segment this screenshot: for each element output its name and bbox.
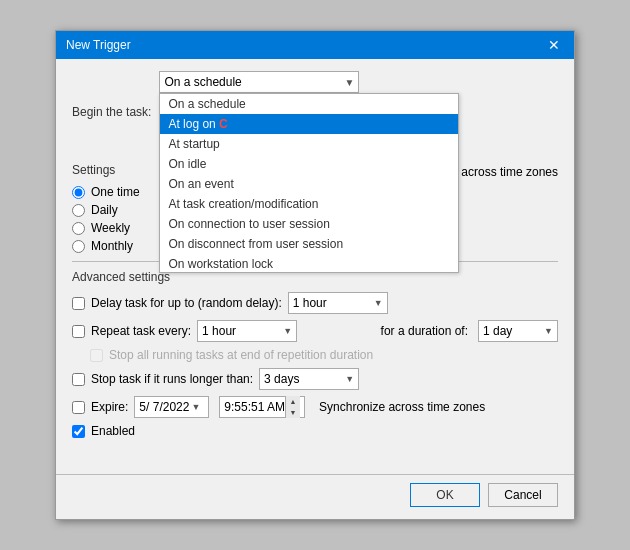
dropdown-item-on-a-schedule[interactable]: On a schedule [160,94,458,114]
radio-weekly[interactable] [72,222,85,235]
cancel-button[interactable]: Cancel [488,483,558,507]
expire-label: Expire: [91,400,128,414]
dropdown-item-at-log-on[interactable]: At log on C [160,114,458,134]
duration-arrow: ▼ [544,326,553,336]
enabled-label: Enabled [91,424,135,438]
dropdown-item-on-disconnect[interactable]: On disconnect from user session [160,234,458,254]
dropdown-item-on-connection[interactable]: On connection to user session [160,214,458,234]
expire-date-arrow: ▼ [191,402,200,412]
stop-longer-checkbox[interactable] [72,373,85,386]
stop-running-checkbox[interactable] [90,349,103,362]
stop-longer-value: 3 days [264,372,299,386]
dropdown-item-on-idle[interactable]: On idle [160,154,458,174]
expire-checkbox[interactable] [72,401,85,414]
dropdown-item-at-task-creation[interactable]: At task creation/modification [160,194,458,214]
expire-date-value: 5/ 7/2022 [139,400,189,414]
repeat-task-checkbox[interactable] [72,325,85,338]
enabled-row: Enabled [72,424,558,438]
ok-button[interactable]: OK [410,483,480,507]
begin-task-select[interactable]: On a schedule ▼ [159,71,359,93]
stop-longer-label: Stop task if it runs longer than: [91,372,253,386]
dropdown-list: On a schedule At log on C At startup On … [159,93,459,273]
dialog-footer: OK Cancel [56,474,574,519]
dialog-title: New Trigger [66,38,131,52]
stop-longer-row: Stop task if it runs longer than: 3 days… [72,368,558,390]
enabled-checkbox[interactable] [72,425,85,438]
new-trigger-dialog: New Trigger ✕ Begin the task: On a sched… [55,30,575,520]
expire-time-value: 9:55:51 AM [224,400,285,414]
expire-time-input[interactable]: 9:55:51 AM ▲ ▼ [219,396,305,418]
radio-monthly-label: Monthly [91,239,133,253]
close-button[interactable]: ✕ [544,37,564,53]
radio-daily-row: Daily [72,203,140,217]
dropdown-item-on-an-event[interactable]: On an event [160,174,458,194]
repeat-task-select[interactable]: 1 hour ▼ [197,320,297,342]
dropdown-item-on-workstation-lock[interactable]: On workstation lock [160,254,458,273]
repeat-task-value: 1 hour [202,324,236,338]
duration-select[interactable]: 1 day ▼ [478,320,558,342]
radio-daily[interactable] [72,204,85,217]
begin-task-row: Begin the task: On a schedule ▼ On a sch… [72,71,558,153]
radio-monthly-row: Monthly [72,239,140,253]
repeat-task-row: Repeat task every: 1 hour ▼ for a durati… [72,320,558,342]
time-spinner-down[interactable]: ▼ [286,407,300,418]
advanced-settings-section: Advanced settings Delay task for up to (… [72,261,558,438]
delay-task-select[interactable]: 1 hour ▼ [288,292,388,314]
radio-daily-label: Daily [91,203,118,217]
radio-monthly[interactable] [72,240,85,253]
delay-task-checkbox[interactable] [72,297,85,310]
stop-running-label: Stop all running tasks at end of repetit… [109,348,373,362]
duration-label: for a duration of: [381,324,468,338]
delay-task-row: Delay task for up to (random delay): 1 h… [72,292,558,314]
begin-task-label: Begin the task: [72,105,151,119]
expire-date-input[interactable]: 5/ 7/2022 ▼ [134,396,209,418]
title-bar: New Trigger ✕ [56,31,574,59]
item-marker: C [219,117,228,131]
begin-task-arrow: ▼ [344,77,354,88]
stop-running-row: Stop all running tasks at end of repetit… [90,348,558,362]
radio-one-time[interactable] [72,186,85,199]
dropdown-item-at-startup[interactable]: At startup [160,134,458,154]
dropdown-open: On a schedule At log on C At startup On … [159,93,359,153]
settings-label: Settings [72,163,115,177]
time-spinner[interactable]: ▲ ▼ [285,396,300,418]
delay-task-arrow: ▼ [374,298,383,308]
duration-value: 1 day [483,324,512,338]
expire-row: Expire: 5/ 7/2022 ▼ 9:55:51 AM ▲ ▼ Synch… [72,396,558,418]
time-spinner-up[interactable]: ▲ [286,396,300,407]
radio-one-time-row: One time [72,185,140,199]
stop-longer-arrow: ▼ [345,374,354,384]
begin-task-value: On a schedule [164,75,241,89]
stop-longer-select[interactable]: 3 days ▼ [259,368,359,390]
delay-task-label: Delay task for up to (random delay): [91,296,282,310]
dialog-body: Begin the task: On a schedule ▼ On a sch… [56,59,574,474]
settings-left: Settings One time Daily Weekly [72,163,140,253]
radio-group: One time Daily Weekly Monthly [72,185,140,253]
repeat-task-arrow: ▼ [283,326,292,336]
radio-weekly-row: Weekly [72,221,140,235]
delay-task-value: 1 hour [293,296,327,310]
repeat-task-label: Repeat task every: [91,324,191,338]
radio-one-time-label: One time [91,185,140,199]
radio-weekly-label: Weekly [91,221,130,235]
expire-sync-label: Synchronize across time zones [319,400,485,414]
begin-task-dropdown-container: On a schedule ▼ On a schedule At log on … [159,71,359,153]
